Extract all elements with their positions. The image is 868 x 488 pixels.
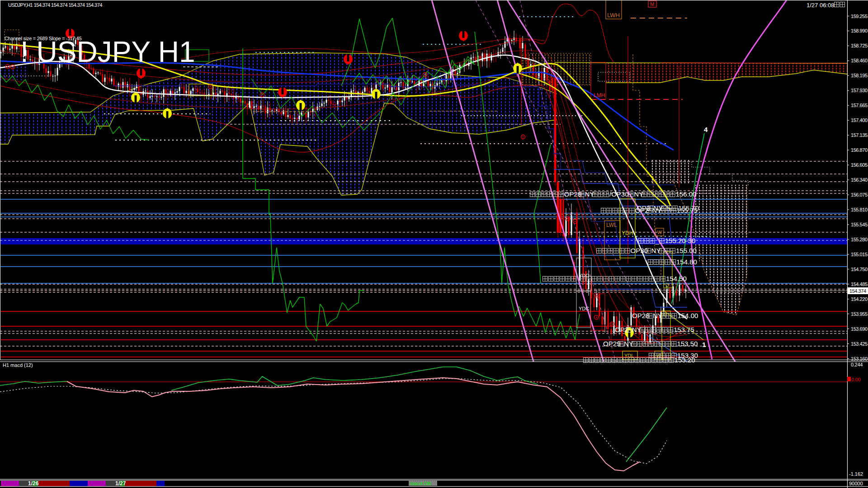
svg-text:USDJPY,H1 154.374 154.374 154: USDJPY,H1 154.374 154.374 154.374 154.37… — [8, 2, 102, 8]
svg-text:LMH: LMH — [594, 92, 605, 99]
svg-text:0.00: 0.00 — [851, 377, 860, 382]
svg-text:155.015: 155.015 — [851, 252, 868, 257]
svg-text:H1 macd (12): H1 macd (12) — [3, 362, 33, 368]
svg-text:154.220: 154.220 — [851, 296, 868, 302]
svg-text:YDH: YDH — [622, 230, 633, 236]
svg-text:156.870: 156.870 — [851, 147, 868, 153]
svg-text:155.810: 155.810 — [851, 207, 868, 212]
svg-text:90000: 90000 — [849, 481, 863, 486]
svg-text:153.75: 153.75 — [674, 326, 694, 333]
svg-text:158.460: 158.460 — [851, 58, 868, 63]
svg-text:158.990: 158.990 — [851, 28, 868, 33]
svg-text:155.280: 155.280 — [851, 237, 868, 242]
svg-text:! USDJPY H1: ! USDJPY H1 — [20, 36, 195, 68]
svg-text:156.00: 156.00 — [676, 190, 697, 198]
svg-text:YDC: YDC — [579, 306, 589, 311]
svg-text:M: M — [650, 1, 654, 7]
svg-text:158.725: 158.725 — [851, 43, 868, 48]
svg-text:/OP30: /OP30 — [609, 190, 629, 198]
svg-text:155.545: 155.545 — [851, 222, 868, 227]
svg-text:0.244: 0.244 — [851, 362, 863, 367]
svg-text:155.70: 155.70 — [678, 204, 699, 212]
svg-text:157.135: 157.135 — [851, 132, 868, 138]
svg-text:1: 1 — [702, 341, 706, 348]
svg-text:YDO: YDO — [579, 273, 590, 278]
svg-text:157.930: 157.930 — [851, 88, 868, 93]
svg-text:155.20-30: 155.20-30 — [665, 237, 696, 244]
svg-text:154.750: 154.750 — [851, 267, 868, 272]
svg-text:153.425: 153.425 — [851, 341, 868, 347]
svg-text:153.160: 153.160 — [851, 356, 868, 361]
svg-text:154.374: 154.374 — [849, 288, 866, 294]
svg-text:153.50: 153.50 — [677, 340, 698, 347]
svg-text:OP28: OP28 — [564, 190, 581, 198]
svg-text:156.340: 156.340 — [851, 177, 868, 183]
svg-text:156.075: 156.075 — [851, 192, 868, 197]
svg-text:LWL: LWL — [606, 222, 617, 228]
svg-text:_: _ — [655, 237, 660, 244]
svg-text:154.80: 154.80 — [676, 258, 697, 266]
svg-text:D: D — [665, 282, 669, 288]
svg-text:155.00: 155.00 — [676, 247, 697, 254]
svg-text:154.50: 154.50 — [666, 275, 687, 282]
svg-text:157.665: 157.665 — [851, 103, 868, 108]
svg-text:157.400: 157.400 — [851, 117, 868, 123]
svg-text:OP29: OP29 — [603, 340, 620, 347]
svg-text:4: 4 — [704, 126, 708, 133]
svg-text:macd ON: macd ON — [410, 481, 431, 486]
svg-text:156.605: 156.605 — [851, 162, 868, 168]
svg-text:W: W — [657, 230, 662, 235]
svg-text:ML: ML — [594, 294, 600, 299]
svg-text:-1.162: -1.162 — [849, 471, 863, 477]
svg-text:153.690: 153.690 — [851, 326, 868, 332]
svg-text:1/26: 1/26 — [28, 480, 39, 487]
svg-text:1/27: 1/27 — [115, 480, 126, 487]
svg-text:LWH: LWH — [607, 12, 620, 19]
svg-text:1/27 06:08: 1/27 06:08 — [807, 2, 834, 9]
svg-text:OP30: OP30 — [631, 247, 648, 254]
svg-text:153.955: 153.955 — [851, 311, 868, 317]
svg-text:154.00: 154.00 — [677, 312, 698, 319]
svg-text:153.20: 153.20 — [675, 356, 695, 364]
svg-text:OP28: OP28 — [632, 312, 649, 319]
svg-text:154.485: 154.485 — [851, 282, 868, 287]
svg-text:159.255: 159.255 — [851, 14, 868, 19]
svg-text:158.195: 158.195 — [851, 73, 868, 78]
